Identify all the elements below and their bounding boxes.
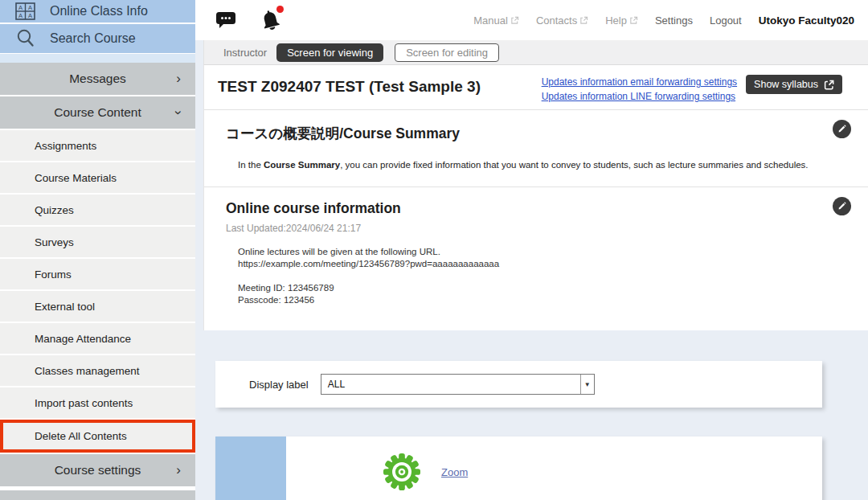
pencil-icon: [837, 201, 847, 211]
nav-link-contacts[interactable]: Contacts: [536, 14, 588, 27]
sidebar-group-label: Messages: [69, 72, 126, 86]
sidebar-item-label: Manage Attendance: [35, 333, 131, 345]
nav-link-manual[interactable]: Manual: [473, 14, 519, 27]
nav-label: Help: [605, 14, 627, 27]
notification-dot: [276, 6, 284, 13]
sidebar-group-label: Course settings: [55, 463, 141, 477]
svg-text:A: A: [28, 4, 32, 11]
main-area: Manual Contacts Help Settings Logout Uto…: [195, 0, 868, 500]
meeting-id: Meeting ID: 123456789: [238, 282, 820, 294]
sidebar-next-item-clipped: [0, 490, 195, 500]
online-info-line: Online lectures will be given at the fol…: [238, 246, 820, 258]
sidebar-item-course-materials[interactable]: Course Materials: [0, 162, 195, 195]
last-updated: Last Updated:2024/06/24 21:17: [226, 223, 820, 234]
sidebar-item-label: Surveys: [35, 236, 74, 248]
updates-links: Updates information email forwarding set…: [542, 75, 737, 102]
top-nav: Manual Contacts Help Settings Logout Uto…: [473, 14, 854, 27]
course-summary-description: In the Course Summary, you can provide f…: [238, 160, 820, 170]
sidebar-group-course-settings[interactable]: Course settings ›: [0, 454, 195, 486]
nav-label: Settings: [655, 14, 693, 27]
sidebar-item-import-past-contents[interactable]: Import past contents: [0, 387, 195, 420]
svg-text:A: A: [28, 12, 32, 19]
user-name: Utokyo Faculty020: [759, 14, 854, 27]
sidebar-group-label: Course Content: [54, 105, 141, 120]
notification-bell-icon[interactable]: [259, 8, 282, 32]
nav-label: Logout: [710, 14, 742, 27]
meeting-url: https://example.com/meeting/123456789?pw…: [238, 258, 820, 270]
sidebar-group-course-content[interactable]: Course Content ›: [0, 96, 195, 129]
sidebar-item-label: Assignments: [35, 140, 96, 152]
view-mode-toolbar: Instructor Screen for viewing Screen for…: [203, 40, 868, 64]
display-label-value: ALL: [321, 375, 580, 394]
top-bar: Manual Contacts Help Settings Logout Uto…: [195, 0, 868, 40]
sidebar-item-forums[interactable]: Forums: [0, 259, 195, 291]
sidebar-item-label: Online Class Info: [50, 4, 148, 18]
messages-chat-icon[interactable]: [215, 11, 236, 29]
sidebar-item-label: Delete All Contents: [35, 430, 127, 442]
desc-text: In the: [238, 160, 264, 170]
sidebar-item-label: Search Course: [50, 31, 136, 46]
course-summary-section: コースの概要説明/Course Summary In the Course Su…: [204, 109, 868, 186]
edit-online-info-button[interactable]: [833, 197, 851, 215]
sidebar-item-surveys[interactable]: Surveys: [0, 227, 195, 259]
course-title-row: TEST Z092407 TEST (Test Sample 3) Update…: [204, 65, 868, 109]
svg-text:A: A: [18, 12, 23, 19]
zoom-tool-link[interactable]: Zoom: [441, 466, 468, 478]
search-icon: [15, 28, 37, 49]
select-dropdown-arrow-icon[interactable]: ▼: [580, 375, 594, 394]
sidebar-item-online-class-info[interactable]: A A A A Online Class Info: [0, 0, 195, 23]
tool-row: Zoom: [286, 436, 468, 500]
sidebar-item-delete-all-contents[interactable]: Delete All Contents: [0, 420, 195, 453]
contents-list-area: Display label ALL ▼: [195, 330, 868, 500]
sidebar-item-label: Quizzes: [35, 204, 74, 216]
external-tool-card: Zoom: [215, 436, 822, 500]
sidebar-item-label: Course Materials: [35, 172, 117, 184]
sidebar-item-label: Import past contents: [35, 397, 133, 409]
tool-thumbnail: [215, 436, 286, 500]
page-title: TEST Z092407 TEST (Test Sample 3): [218, 75, 542, 96]
display-label-text: Display label: [249, 379, 309, 391]
nav-link-help[interactable]: Help: [605, 14, 638, 27]
sidebar-group-messages[interactable]: Messages ›: [0, 63, 195, 95]
display-label-card: Display label ALL ▼: [215, 361, 822, 408]
online-course-info-section: Online course information Last Updated:2…: [204, 186, 868, 330]
passcode: Passcode: 123456: [238, 294, 820, 306]
class-grid-icon: A A A A: [15, 2, 37, 20]
role-label: Instructor: [223, 47, 267, 59]
desc-bold: Course Summary: [264, 160, 340, 170]
edit-summary-button[interactable]: [833, 120, 851, 138]
gear-icon: [383, 453, 420, 490]
show-syllabus-button[interactable]: Show syllabus: [746, 75, 842, 94]
nav-label: Manual: [473, 14, 508, 27]
desc-text: , you can provide fixed information that…: [340, 160, 808, 170]
pencil-icon: [837, 124, 847, 134]
external-link-icon: [510, 16, 519, 25]
nav-label: Contacts: [536, 14, 577, 27]
external-link-icon: [579, 16, 588, 25]
sidebar-item-label: Forums: [35, 268, 72, 281]
sidebar-item-label: Classes management: [35, 365, 140, 377]
email-forwarding-settings-link[interactable]: Updates information email forwarding set…: [542, 76, 737, 88]
sidebar-item-quizzes[interactable]: Quizzes: [0, 195, 195, 227]
svg-text:A: A: [18, 4, 23, 11]
screen-for-editing-button[interactable]: Screen for editing: [395, 43, 499, 62]
sidebar-divider-strip: [0, 54, 195, 63]
course-panel: TEST Z092407 TEST (Test Sample 3) Update…: [203, 64, 868, 330]
course-summary-heading: コースの概要説明/Course Summary: [226, 124, 820, 143]
screen-for-viewing-button[interactable]: Screen for viewing: [276, 43, 383, 62]
sidebar-item-label: External tool: [35, 301, 95, 313]
show-syllabus-label: Show syllabus: [754, 79, 818, 90]
sidebar: A A A A Online Class Info Search Course …: [0, 0, 195, 500]
external-link-icon: [824, 80, 834, 90]
sidebar-item-classes-management[interactable]: Classes management: [0, 355, 195, 387]
online-info-heading: Online course information: [226, 200, 820, 217]
line-forwarding-settings-link[interactable]: Updates information LINE forwarding sett…: [542, 91, 737, 102]
sidebar-item-assignments[interactable]: Assignments: [0, 130, 195, 162]
online-info-body: Online lectures will be given at the fol…: [238, 246, 820, 306]
sidebar-item-search-course[interactable]: Search Course: [0, 24, 195, 53]
sidebar-item-manage-attendance[interactable]: Manage Attendance: [0, 323, 195, 355]
sidebar-item-external-tool[interactable]: External tool: [0, 291, 195, 323]
nav-link-settings[interactable]: Settings: [655, 14, 693, 27]
nav-link-logout[interactable]: Logout: [710, 14, 742, 27]
display-label-select[interactable]: ALL ▼: [321, 374, 595, 395]
